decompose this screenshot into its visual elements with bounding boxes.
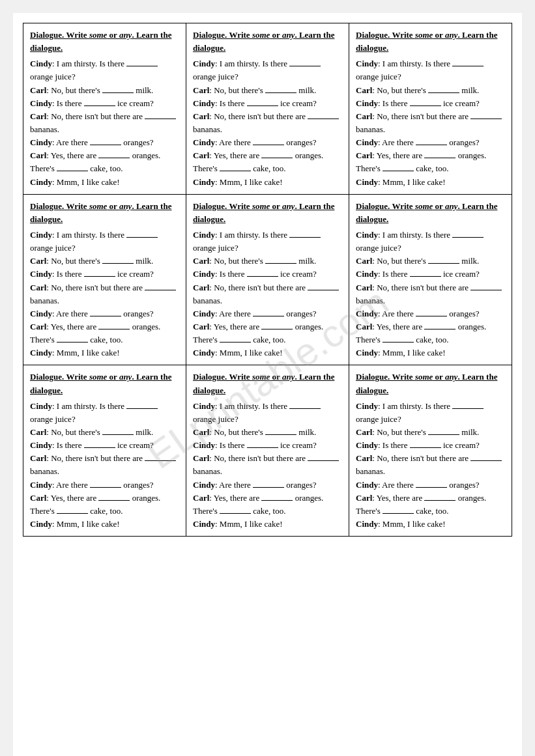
cell-3-2: Dialogue. Write some or any. Learn the d… xyxy=(186,365,349,537)
dialogue-text: Cindy: I am thirsty. Is there orange jui… xyxy=(356,229,505,359)
dialogue-text: Cindy: I am thirsty. Is there orange jui… xyxy=(30,400,179,531)
cell-2-2: Dialogue. Write some or any. Learn the d… xyxy=(186,195,349,366)
cell-1-2: Dialogue. Write some or any. Learn the d… xyxy=(186,23,349,195)
cell-title: Dialogue. Write some or any. Learn the d… xyxy=(356,29,505,55)
cell-2-3: Dialogue. Write some or any. Learn the d… xyxy=(349,195,512,366)
cell-1-3: Dialogue. Write some or any. Learn the d… xyxy=(349,23,512,195)
cell-3-1: Dialogue. Write some or any. Learn the d… xyxy=(23,365,186,537)
dialogue-text: Cindy: I am thirsty. Is there orange jui… xyxy=(356,400,505,531)
dialogue-text: Cindy: I am thirsty. Is there orange jui… xyxy=(30,57,179,188)
cell-title: Dialogue. Write some or any. Learn the d… xyxy=(30,200,179,226)
dialogue-text: Cindy: I am thirsty. Is there orange jui… xyxy=(193,57,342,188)
dialogue-text: Cindy: I am thirsty. Is there orange jui… xyxy=(193,400,342,531)
page: ELprintable.com Dialogue. Write some or … xyxy=(13,13,522,756)
cell-title: Dialogue. Write some or any. Learn the d… xyxy=(193,371,342,397)
cell-title: Dialogue. Write some or any. Learn the d… xyxy=(193,200,342,226)
dialogue-text: Cindy: I am thirsty. Is there orange jui… xyxy=(356,57,505,188)
cell-2-1: Dialogue. Write some or any. Learn the d… xyxy=(23,195,186,366)
cell-3-3: Dialogue. Write some or any. Learn the d… xyxy=(349,365,512,537)
cell-title: Dialogue. Write some or any. Learn the d… xyxy=(356,200,505,226)
dialogue-text: Cindy: I am thirsty. Is there orange jui… xyxy=(30,229,179,359)
cell-title: Dialogue. Write some or any. Learn the d… xyxy=(30,29,179,55)
dialogue-text: Cindy: I am thirsty. Is there orange jui… xyxy=(193,229,342,359)
worksheet-grid: Dialogue. Write some or any. Learn the d… xyxy=(23,23,512,537)
cell-1-1: Dialogue. Write some or any. Learn the d… xyxy=(23,23,186,195)
cell-title: Dialogue. Write some or any. Learn the d… xyxy=(30,371,179,397)
cell-title: Dialogue. Write some or any. Learn the d… xyxy=(193,29,342,55)
bottom-area xyxy=(23,537,512,756)
cell-title: Dialogue. Write some or any. Learn the d… xyxy=(356,371,505,397)
